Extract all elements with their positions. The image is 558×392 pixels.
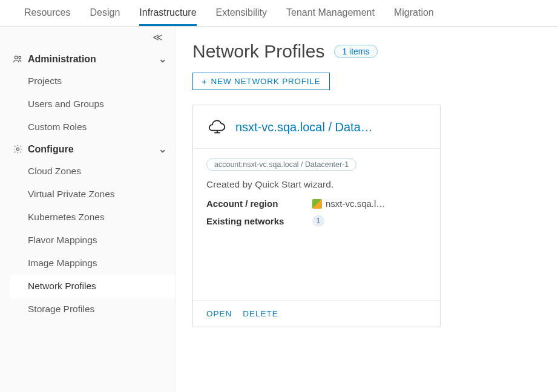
- open-button[interactable]: OPEN: [206, 309, 232, 318]
- svg-point-1: [19, 56, 21, 59]
- tab-migration[interactable]: Migration: [394, 7, 434, 26]
- sidebar-item-custom-roles[interactable]: Custom Roles: [10, 116, 175, 139]
- vsphere-icon: [312, 199, 322, 209]
- sidebar-item-network-profiles[interactable]: Network Profiles: [10, 275, 175, 298]
- sidebar-item-storage-profiles[interactable]: Storage Profiles: [10, 298, 175, 321]
- svg-point-2: [16, 148, 19, 150]
- sidebar-item-flavor-mappings[interactable]: Flavor Mappings: [10, 229, 175, 252]
- card-title: nsxt-vc.sqa.local / Data…: [235, 120, 373, 134]
- sidebar-scroll[interactable]: Administration ⌄ Projects Users and Grou…: [10, 48, 175, 392]
- chevron-down-icon: ⌄: [159, 143, 166, 155]
- account-region-label: Account / region: [206, 198, 312, 209]
- sidebar: ≪ Administration ⌄ Projects Users and Gr…: [0, 27, 176, 392]
- tab-infrastructure[interactable]: Infrastructure: [139, 7, 196, 26]
- plus-icon: +: [202, 77, 208, 86]
- account-region-row: Account / region nsxt-vc.sqa.l…: [206, 198, 427, 209]
- people-icon: [12, 54, 23, 65]
- sidebar-item-users-and-groups[interactable]: Users and Groups: [10, 93, 175, 116]
- chevron-down-icon: ⌄: [159, 53, 166, 65]
- cloud-icon: [206, 117, 227, 137]
- sidebar-section-administration[interactable]: Administration ⌄: [10, 48, 175, 70]
- tab-design[interactable]: Design: [90, 7, 120, 26]
- sidebar-section-configure[interactable]: Configure ⌄: [10, 139, 175, 160]
- gear-icon: [12, 144, 23, 154]
- page-title: Network Profiles: [192, 41, 324, 62]
- main-content: Network Profiles 1 items + NEW NETWORK P…: [176, 27, 558, 392]
- tab-resources[interactable]: Resources: [24, 7, 70, 26]
- existing-networks-label: Existing networks: [206, 216, 312, 226]
- tab-tenant-management[interactable]: Tenant Management: [286, 7, 375, 26]
- existing-networks-row: Existing networks 1: [206, 215, 427, 227]
- sidebar-item-image-mappings[interactable]: Image Mappings: [10, 252, 175, 275]
- network-profile-card: nsxt-vc.sqa.local / Data… account:nsxt-v…: [192, 105, 441, 327]
- new-network-profile-button[interactable]: + NEW NETWORK PROFILE: [192, 73, 330, 90]
- svg-point-0: [15, 56, 18, 59]
- new-network-profile-label: NEW NETWORK PROFILE: [211, 77, 321, 86]
- sidebar-item-kubernetes-zones[interactable]: Kubernetes Zones: [10, 206, 175, 229]
- account-tag: account:nsxt-vc.sqa.local / Datacenter-1: [206, 158, 356, 171]
- items-count-badge: 1 items: [334, 45, 377, 58]
- existing-networks-count: 1: [312, 215, 324, 227]
- sidebar-section-label: Administration: [28, 54, 96, 65]
- top-nav: Resources Design Infrastructure Extensib…: [0, 0, 558, 27]
- card-description: Created by Quick Start wizard.: [206, 179, 427, 190]
- collapse-sidebar-icon[interactable]: ≪: [153, 31, 163, 43]
- sidebar-item-cloud-zones[interactable]: Cloud Zones: [10, 160, 175, 183]
- sidebar-item-virtual-private-zones[interactable]: Virtual Private Zones: [10, 183, 175, 206]
- card-header[interactable]: nsxt-vc.sqa.local / Data…: [193, 105, 440, 149]
- tab-extensibility[interactable]: Extensibility: [216, 7, 267, 26]
- account-region-value: nsxt-vc.sqa.l…: [326, 198, 385, 209]
- sidebar-section-label: Configure: [28, 144, 74, 155]
- delete-button[interactable]: DELETE: [243, 309, 278, 318]
- sidebar-item-projects[interactable]: Projects: [10, 70, 175, 93]
